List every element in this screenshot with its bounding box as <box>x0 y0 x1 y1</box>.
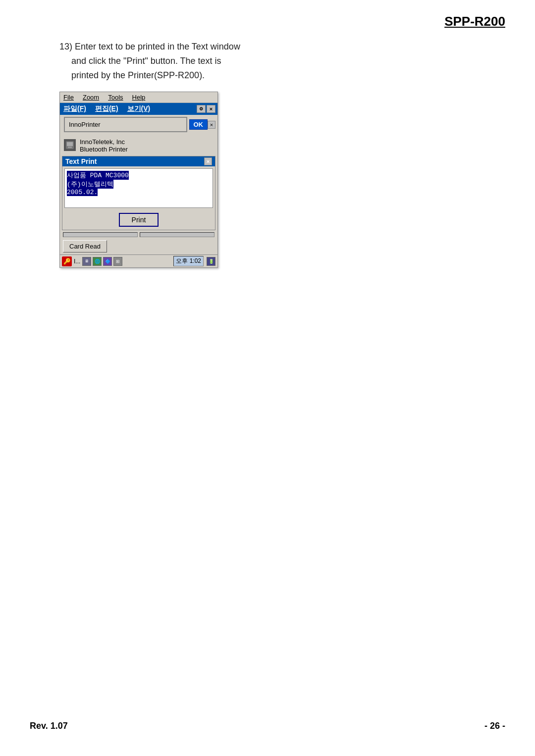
ok-button[interactable]: OK <box>189 119 208 130</box>
device-icon <box>64 139 76 151</box>
page-number: - 26 - <box>484 721 505 731</box>
taskbar-time: 오후 1:02 <box>173 256 204 266</box>
print-btn-area: Print <box>62 210 215 230</box>
settings-icon[interactable]: ⚙ <box>197 105 206 113</box>
page-title: SPP-R200 <box>444 14 505 29</box>
korean-view[interactable]: 보기(V) <box>126 104 152 114</box>
start-icon[interactable]: 🔑 <box>62 256 72 266</box>
slider-left[interactable] <box>63 232 138 237</box>
instruction-line2: and click the "Print" button. The text i… <box>59 54 240 68</box>
instruction-block: 13) Enter text to be printed in the Text… <box>59 40 240 82</box>
print-button[interactable]: Print <box>119 213 159 227</box>
text-line2: (주)이노텔리텍 <box>67 180 113 189</box>
device-info: InnoTeletek, Inc Bluetooth Printer <box>60 136 217 155</box>
battery-icon: 🔋 <box>207 257 215 266</box>
text-input-area[interactable]: 사업품 PDA MC3000 (주)이노텔리텍 2005.02. <box>64 168 213 208</box>
start-label[interactable]: I... <box>74 258 80 265</box>
page-footer: Rev. 1.07 - 26 - <box>0 721 535 731</box>
close-button[interactable]: × <box>207 105 215 113</box>
svg-rect-1 <box>67 142 73 146</box>
device-product: Bluetooth Printer <box>80 146 128 153</box>
korean-menu: 파일(F) 편집(E) 보기(V) <box>62 104 152 114</box>
menu-help[interactable]: Help <box>131 93 147 101</box>
inno-dialog-name: InnoPrinter <box>69 121 101 128</box>
instruction-line3: printed by the Printer(SPP-R200). <box>59 68 240 83</box>
inno-close-button[interactable]: × <box>208 121 215 129</box>
inno-dialog: InnoPrinter <box>64 117 187 132</box>
device-details: InnoTeletek, Inc Bluetooth Printer <box>80 138 128 153</box>
app-window: File Zoom Tools Help 파일(F) 편집(E) 보기(V) ⚙… <box>59 92 218 268</box>
slider-right[interactable] <box>140 232 214 237</box>
text-print-title: Text Print <box>65 157 97 165</box>
text-print-close[interactable]: × <box>204 157 212 165</box>
text-print-window: Text Print × 사업품 PDA MC3000 (주)이노텔리텍 200… <box>62 156 215 230</box>
taskbar-icons: 🖥 🌐 🔷 ⊞ <box>82 257 122 266</box>
inno-dialog-row: InnoPrinter OK × <box>60 115 217 136</box>
text-line3: 2005.02. <box>67 189 98 196</box>
menu-zoom[interactable]: Zoom <box>81 93 101 101</box>
text-print-titlebar: Text Print × <box>62 156 215 166</box>
taskbar-icon-1: 🖥 <box>82 257 91 266</box>
taskbar-icon-4: ⊞ <box>113 257 122 266</box>
korean-edit[interactable]: 편집(E) <box>94 104 120 114</box>
revision-text: Rev. 1.07 <box>30 721 68 731</box>
device-company: InnoTeletek, Inc <box>80 138 128 146</box>
taskbar-icon-3: 🔷 <box>103 257 112 266</box>
titlebar-buttons: ⚙ × <box>197 105 215 113</box>
slider-area <box>60 231 217 238</box>
menu-file[interactable]: File <box>62 93 75 101</box>
menu-tools[interactable]: Tools <box>107 93 124 101</box>
svg-rect-2 <box>68 147 72 148</box>
card-read-area: Card Read <box>60 238 217 254</box>
taskbar: 🔑 I... 🖥 🌐 🔷 ⊞ 오후 1:02 🔋 <box>60 254 217 267</box>
taskbar-icon-2: 🌐 <box>93 257 102 266</box>
menu-bar: File Zoom Tools Help <box>60 92 217 103</box>
instruction-line1: 13) Enter text to be printed in the Text… <box>59 40 240 54</box>
card-read-button[interactable]: Card Read <box>63 240 107 252</box>
text-line1: 사업품 PDA MC3000 <box>67 171 129 180</box>
korean-file[interactable]: 파일(F) <box>62 104 88 114</box>
app-titlebar: 파일(F) 편집(E) 보기(V) ⚙ × <box>60 103 217 115</box>
